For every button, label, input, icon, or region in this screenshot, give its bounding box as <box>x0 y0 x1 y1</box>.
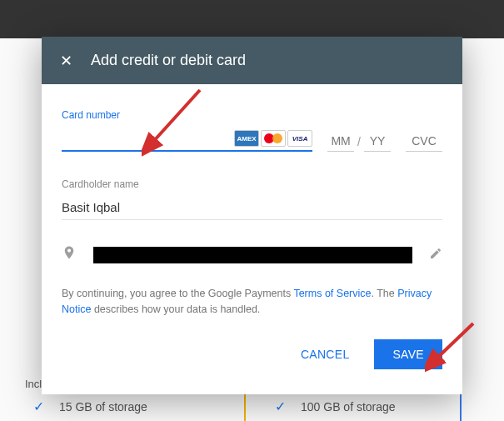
cardholder-input[interactable]: Basit Iqbal <box>62 195 442 220</box>
save-button[interactable]: SAVE <box>374 339 442 369</box>
modal-title: Add credit or debit card <box>91 52 246 69</box>
card-number-row: Card number AMEX VISA / <box>62 109 442 152</box>
billing-address-value[interactable] <box>93 247 412 263</box>
amex-icon: AMEX <box>234 130 259 147</box>
tos-link[interactable]: Terms of Service <box>293 288 371 299</box>
mastercard-icon <box>261 130 286 147</box>
add-card-modal: ✕ Add credit or debit card Card number A… <box>42 37 462 394</box>
edit-icon[interactable] <box>429 247 442 263</box>
legal-text: By continuing, you agree to the Google P… <box>62 286 442 318</box>
card-brand-icons: AMEX VISA <box>234 130 312 147</box>
plan-divider-right <box>460 392 462 421</box>
card-number-label: Card number <box>62 109 312 121</box>
modal-body: Card number AMEX VISA / Cardholder name … <box>42 84 462 394</box>
cardholder-field: Cardholder name Basit Iqbal <box>62 178 442 220</box>
cardholder-label: Cardholder name <box>62 178 442 190</box>
included-label: Incl <box>25 378 42 390</box>
expiry-field: / <box>327 131 391 152</box>
visa-icon: VISA <box>287 130 312 147</box>
plan-divider <box>244 392 246 421</box>
cancel-button[interactable]: CANCEL <box>282 339 368 369</box>
modal-actions: CANCEL SAVE <box>62 339 442 379</box>
close-icon[interactable]: ✕ <box>60 53 72 68</box>
cvc-input[interactable] <box>406 131 442 152</box>
check-icon: ✓ <box>275 398 286 414</box>
modal-header: ✕ Add credit or debit card <box>42 37 462 84</box>
plan-left-text: 15 GB of storage <box>59 400 147 413</box>
check-icon: ✓ <box>33 398 44 414</box>
expiry-year-input[interactable] <box>364 131 391 152</box>
card-number-field: Card number AMEX VISA <box>62 109 312 152</box>
expiry-month-input[interactable] <box>327 131 354 152</box>
plan-right-text: 100 GB of storage <box>301 400 396 413</box>
plan-row-right: ✓ 100 GB of storage <box>275 398 396 414</box>
expiry-slash: / <box>357 135 361 152</box>
location-pin-icon <box>62 243 77 266</box>
plan-row-left: ✓ 15 GB of storage <box>33 398 147 414</box>
billing-address-row <box>62 243 442 266</box>
app-top-bar <box>0 0 504 38</box>
